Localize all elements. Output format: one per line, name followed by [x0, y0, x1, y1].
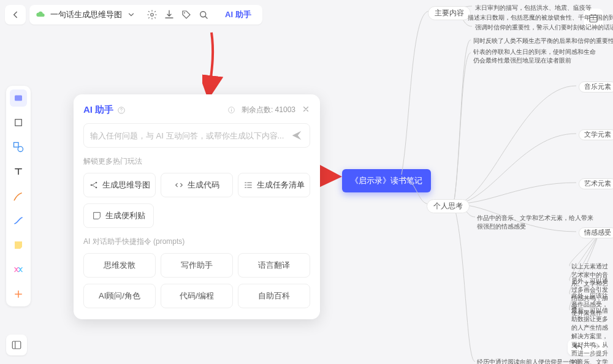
- svg-point-11: [91, 184, 93, 186]
- mindmap-category-literature[interactable]: 文学元素: [579, 129, 613, 140]
- cloud-icon: [36, 10, 45, 20]
- checklist-icon: [243, 180, 253, 190]
- prompt-wiki[interactable]: 自助百科: [238, 284, 310, 308]
- sticky-note-icon: [13, 240, 24, 251]
- svg-point-1: [184, 12, 185, 13]
- tool-shape[interactable]: [10, 138, 27, 156]
- tool-mindmap[interactable]: [10, 261, 27, 278]
- code-icon: [174, 180, 184, 190]
- svg-point-13: [96, 187, 97, 189]
- expand-panel-button[interactable]: [6, 335, 27, 355]
- chevron-left-icon: [10, 9, 21, 20]
- prompt-diverge[interactable]: 思维发散: [83, 253, 156, 278]
- sticky-small-icon: [92, 211, 102, 221]
- mindmap-node[interactable]: 同时反映了人类不顾生态平衡的后果和信仰的重要性: [473, 37, 613, 45]
- mindmap-branch-personal-thoughts[interactable]: 个人思考: [427, 199, 470, 213]
- mindmap-node[interactable]: 描述末日数期，包括恶魔的被放锁食性、千年王国的到来等: [468, 13, 613, 22]
- chevron-down-icon: [127, 10, 135, 19]
- ai-assistant-panel: AI 助手 剩余点数: 41003 解锁更多热门玩法 生成思维导图 生成代码 生…: [74, 94, 320, 319]
- chip-label: 生成任务清单: [257, 180, 305, 191]
- back-button[interactable]: [5, 5, 26, 25]
- annotation-arrow-down: [202, 29, 227, 97]
- tool-frame[interactable]: [10, 114, 27, 131]
- panel-expand-icon: [11, 339, 22, 351]
- chip-generate-code[interactable]: 生成代码: [161, 173, 233, 197]
- svg-rect-8: [12, 341, 21, 349]
- close-panel-button[interactable]: [302, 105, 310, 115]
- tool-pen[interactable]: [10, 188, 27, 205]
- settings-icon[interactable]: [147, 9, 158, 20]
- card-icon: [13, 93, 24, 104]
- tool-text[interactable]: [10, 163, 27, 180]
- ai-panel-title-text: AI 助手: [83, 104, 113, 116]
- prompt-coding[interactable]: 代码/编程: [161, 284, 233, 308]
- tool-sidebar: [6, 86, 31, 306]
- chip-label: 生成思维导图: [102, 180, 150, 191]
- shapes-icon: [12, 141, 25, 153]
- chip-generate-sticky[interactable]: 生成便利贴: [83, 203, 154, 228]
- ai-prompt-input[interactable]: [90, 131, 285, 140]
- mindmap-branch-main-content[interactable]: 主要内容: [428, 6, 471, 20]
- tool-sticky[interactable]: [10, 237, 27, 254]
- prompt-consult[interactable]: AI顾问/角色: [83, 284, 156, 308]
- tag-icon[interactable]: [181, 9, 192, 20]
- send-icon[interactable]: [290, 129, 303, 142]
- pen-icon: [12, 190, 25, 202]
- svg-point-12: [96, 182, 97, 184]
- frame-icon: [13, 117, 24, 128]
- svg-rect-4: [15, 96, 22, 101]
- svg-point-2: [200, 12, 206, 17]
- credits-remaining: 剩余点数: 41003: [242, 105, 295, 115]
- mindmap-node[interactable]: 强调时信仰的重要性，警示人们要时刻铭记神的话语: [475, 23, 613, 32]
- plus-grid-icon: [13, 289, 24, 300]
- chip-generate-tasks[interactable]: 生成任务清单: [238, 173, 310, 197]
- svg-point-7: [18, 146, 23, 151]
- connector-icon: [12, 214, 25, 227]
- text-icon: [13, 166, 24, 177]
- tool-connector[interactable]: [10, 212, 27, 229]
- download-icon[interactable]: [164, 9, 175, 20]
- svg-point-0: [151, 13, 154, 17]
- ai-assistant-link[interactable]: AI 助手: [220, 9, 256, 20]
- prompt-translate[interactable]: 语言翻译: [238, 253, 310, 278]
- mindmap-category-music[interactable]: 音乐元素: [579, 82, 613, 93]
- prompt-writer[interactable]: 写作助手: [161, 253, 233, 278]
- mindmap-node[interactable]: 作品中的音乐、文学和艺术元素，给人带来很强烈的情感感受: [477, 214, 593, 231]
- mindmap-root-node[interactable]: 《启示录》读书笔记: [342, 169, 431, 192]
- chip-label: 生成便利贴: [105, 210, 145, 221]
- chip-generate-mindmap[interactable]: 生成思维导图: [83, 173, 156, 197]
- svg-rect-5: [15, 119, 22, 126]
- svg-rect-6: [14, 143, 19, 148]
- tool-more[interactable]: [10, 286, 27, 303]
- mindmap-node[interactable]: 最后，可以借助数据让更多的人产生情感解决方案里，更好共鸣，从而进一步提升的音乐、…: [571, 306, 612, 364]
- ai-panel-title: AI 助手: [83, 104, 126, 116]
- document-title: 一句话生成思维导图: [50, 9, 122, 20]
- mindmap-node[interactable]: 针表的停联和人生日的到来，使时间感和生命仍会最终性最强烈地呈现在读者眼前: [473, 48, 596, 65]
- unlock-section-label: 解锁更多热门玩法: [83, 156, 310, 167]
- mindmap-small-icon: [89, 180, 99, 190]
- chip-label: 生成代码: [188, 180, 219, 191]
- mindmap-icon: [12, 264, 25, 276]
- search-icon[interactable]: [198, 9, 209, 20]
- tool-select[interactable]: [10, 89, 27, 107]
- prompts-section-label: AI 对话助手快捷指令 (prompts): [83, 237, 310, 247]
- mindmap-node[interactable]: 经历中通过阅读向前人便信仰是一件非: [477, 358, 581, 364]
- info-icon: [227, 106, 235, 114]
- mindmap-category-art[interactable]: 艺术元素: [579, 178, 613, 189]
- mindmap-node[interactable]: 末日审判的描写，包括洪水、地震、瘟疫等: [475, 4, 592, 12]
- help-icon[interactable]: [117, 106, 126, 115]
- close-icon: [302, 105, 310, 113]
- ai-input-box[interactable]: [83, 123, 310, 148]
- document-title-pill[interactable]: 一句话生成思维导图 AI 助手: [29, 5, 262, 25]
